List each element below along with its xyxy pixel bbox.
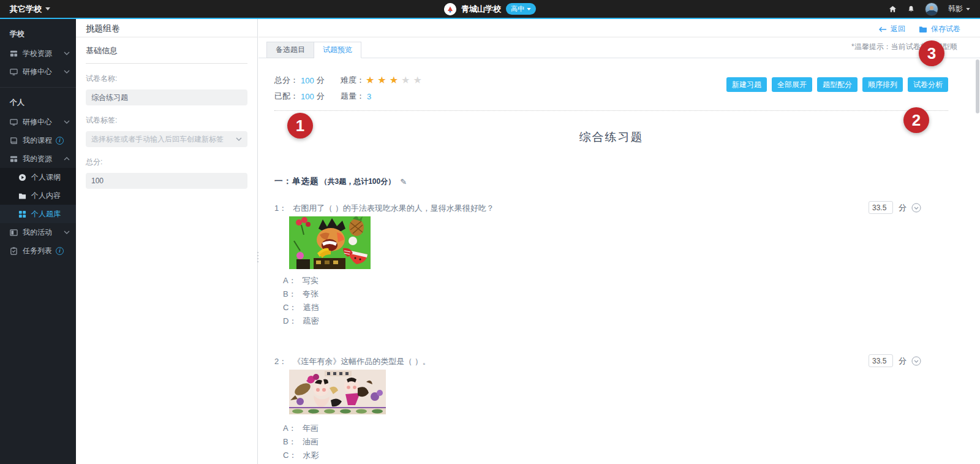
arrow-left-icon [879,26,887,32]
paper-tag-label: 试卷标签: [86,115,247,126]
sequence-order-button[interactable]: 顺序排列 [862,77,903,92]
main-header: 返回 保存试卷 [258,19,980,37]
option-key: D： [283,314,296,328]
sidebar: 学校 学校资源 研修中心 个人 研修中心 我的课程 [0,19,76,464]
stat-unit: 分 [317,91,325,102]
sidebar-item-my-activities[interactable]: 我的活动 [0,223,76,242]
sidebar-item-personal-content[interactable]: 个人内容 [0,186,76,205]
chevron-down-icon [64,120,70,124]
collapse-chevron-icon[interactable] [911,356,921,366]
paper-tag-select[interactable]: 选择标签或者手动输入后回车创建新标签 [86,131,247,147]
sidebar-item-label: 学校资源 [23,48,52,59]
sidebar-item-school-resources[interactable]: 学校资源 [0,44,76,63]
stage-badge[interactable]: 高中 [506,3,536,15]
chevron-down-icon [64,70,70,74]
sidebar-item-label: 研修中心 [23,67,52,77]
option-key: A： [283,422,296,435]
paper-analysis-button[interactable]: 试卷分析 [908,77,948,92]
option-key: C： [283,449,296,462]
sidebar-item-label: 个人题库 [31,209,61,219]
sidebar-item-personal-outline[interactable]: 个人课纲 [0,168,76,186]
monitor-icon [10,118,18,126]
chevron-up-icon [64,157,70,161]
sidebar-item-school-training[interactable]: 研修中心 [0,63,76,81]
total-score-field-group: 总分: [86,157,247,189]
score-unit: 分 [899,356,907,367]
home-icon[interactable] [888,5,897,13]
tab-paper-preview[interactable]: 试题预览 [314,42,361,58]
total-score-input[interactable] [86,173,247,189]
stat-count-label: 题量： [341,91,364,102]
sidebar-item-label: 我的活动 [23,227,52,238]
question-score-input[interactable] [869,201,893,214]
option-text: 水彩 [303,449,318,462]
toolbar: 新建习题 全部展开 题型配分 顺序排列 试卷分析 [726,77,948,92]
paper-name-input[interactable] [86,89,247,105]
paper-title: 综合练习题 [274,129,948,145]
topbar-center: 青城山学校 高中 [0,0,980,18]
panel-resize-handle[interactable] [256,248,260,266]
stat-total-value: 100 [301,76,314,85]
sidebar-item-personal-bank[interactable]: 个人题库 [0,205,76,223]
chevron-down-icon [236,137,242,141]
option-text: 年画 [303,422,318,435]
new-exercise-button[interactable]: 新建习题 [726,77,767,92]
question-score-input[interactable] [869,354,893,367]
folder-icon [919,26,927,33]
star-icon: ★ [390,75,398,85]
chevron-down-icon [64,51,70,55]
question-2-image [289,370,948,414]
stat-count: 题量： 3 [341,91,374,102]
option-row: A： 写实 [283,274,948,287]
sidebar-item-label: 我的课程 [23,135,52,146]
sidebar-section-school: 学校 [0,19,76,44]
user-avatar[interactable] [925,2,938,16]
question-number: 2： [274,356,287,367]
sidebar-item-label: 任务列表 [23,246,52,256]
star-icon: ★ [413,75,421,85]
expand-all-button[interactable]: 全部展开 [772,77,812,92]
edit-pencil-icon[interactable]: ✎ [400,177,407,186]
stat-assigned-value: 100 [301,92,314,101]
bell-icon[interactable] [907,5,915,13]
difficulty-stars: ★ ★ ★ ★ ★ [366,75,422,85]
star-icon: ★ [377,75,386,85]
main-area: 返回 保存试卷 备选题目 试题预览 *温馨提示：当前试卷将以题型顺 总分： 10… [258,19,980,464]
stat-difficulty: 难度： ★ ★ ★ ★ ★ [341,75,422,86]
topbar: 其它学校 青城山学校 高中 韩影 [0,0,980,19]
book-icon [10,137,18,145]
tab-candidate-questions[interactable]: 备选题目 [266,42,314,58]
school-switcher[interactable]: 其它学校 [10,4,50,15]
question-1-score-control: 分 [869,201,921,214]
question-text: 右图用了（ ）的手法表现吃水果的人，显得水果很好吃？ [293,203,494,214]
user-menu[interactable]: 韩影 [948,4,970,14]
paper-tag-field-group: 试卷标签: 选择标签或者手动输入后回车创建新标签 [86,115,247,147]
star-icon: ★ [366,75,374,85]
option-key: C： [283,301,296,314]
grid-icon [10,50,18,58]
paper-name-field-group: 试卷名称: [86,74,247,105]
scrollbar-thumb[interactable] [976,59,979,113]
sidebar-section-personal: 个人 [0,88,76,113]
grid-squares-icon [18,210,26,218]
sidebar-item-label: 我的资源 [23,154,52,164]
collapse-chevron-icon[interactable] [911,203,921,213]
sidebar-item-my-resources[interactable]: 我的资源 [0,150,76,168]
question-2: 2： 《连年有余》这幅作品的类型是（ ）。 [274,356,948,464]
annotation-badge-2: 2 [903,107,929,133]
annotation-badge-3: 3 [919,40,944,66]
sidebar-item-my-courses[interactable]: 我的课程 [0,131,76,150]
back-button[interactable]: 返回 [879,24,905,34]
sidebar-item-personal-training[interactable]: 研修中心 [0,113,76,131]
total-score-label: 总分: [86,157,247,167]
option-row: B： 油画 [283,435,948,449]
school-switcher-label: 其它学校 [10,4,42,15]
type-score-allocation-button[interactable]: 题型配分 [817,77,858,92]
image-icon [10,229,18,237]
score-unit: 分 [899,202,907,213]
sidebar-item-task-list[interactable]: 任务列表 [0,242,76,260]
save-paper-button[interactable]: 保存试卷 [919,24,960,34]
paper-tag-placeholder: 选择标签或者手动输入后回车创建新标签 [91,134,224,145]
stat-count-value: 3 [367,92,371,101]
option-row: C： 遮挡 [283,301,948,314]
